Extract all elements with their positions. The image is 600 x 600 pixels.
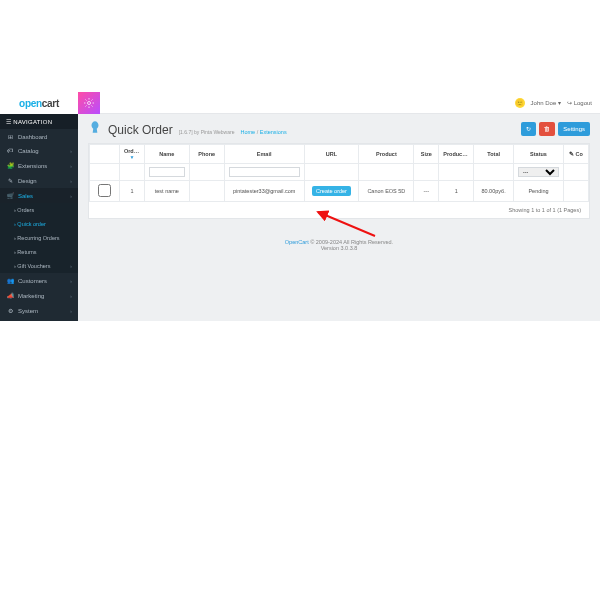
footer-link[interactable]: OpenCart: [285, 239, 309, 245]
sidebar-item-label: Marketing: [18, 293, 70, 299]
orders-table: Order ID▼ Name Phone Email URL Product S…: [89, 144, 589, 202]
chevron-right-icon: ›: [70, 263, 72, 269]
main: 🙂 John Doe ▾ ↪ Logout Quick Order [1.6.7…: [78, 92, 600, 321]
chevron-right-icon: ›: [70, 293, 72, 299]
sidebar-item-label: › Quick order: [14, 221, 72, 227]
page-subtitle: [1.6.7] by Pinta Webware: [179, 129, 235, 135]
sidebar-item-label: Dashboard: [18, 134, 72, 140]
cell-url: Create order: [304, 181, 359, 202]
col-email[interactable]: Email: [224, 145, 304, 164]
crumb-extensions[interactable]: Extensions: [260, 129, 287, 135]
sidebar-item-design[interactable]: ✎Design›: [0, 173, 78, 188]
sidebar-subitem-quick-order[interactable]: › Quick order: [0, 217, 78, 231]
page-title: Quick Order: [108, 123, 173, 137]
sidebar-item-dashboard[interactable]: ⊞Dashboard: [0, 129, 78, 144]
sidebar-item-label: Sales: [18, 193, 70, 199]
cell-phone: [189, 181, 224, 202]
cell-order-id: 1: [119, 181, 144, 202]
quick-order-icon: [88, 120, 102, 134]
col-product[interactable]: Product: [359, 145, 414, 164]
table-row: 1 test name pintatester33@gmail.com Crea…: [90, 181, 589, 202]
sidebar-item-label: Design: [18, 178, 70, 184]
filter-name-input[interactable]: [149, 167, 185, 177]
avatar: 🙂: [515, 98, 525, 108]
svg-point-0: [88, 102, 91, 105]
cell-product: Canon EOS 5D: [359, 181, 414, 202]
col-size: Size: [414, 145, 439, 164]
chevron-right-icon: ›: [70, 193, 72, 199]
chevron-right-icon: ›: [70, 178, 72, 184]
sidebar-item-label: › Recurring Orders: [14, 235, 72, 241]
nav-icon: ✎: [6, 177, 14, 184]
footer: OpenCart © 2009-2024 All Rights Reserved…: [78, 229, 600, 291]
sidebar-item-label: › Returns: [14, 249, 72, 255]
filter-status-select[interactable]: ---: [518, 167, 559, 177]
ai-badge-icon: [78, 92, 100, 114]
sidebar-item-catalog[interactable]: 🏷Catalog›: [0, 144, 78, 158]
col-phone[interactable]: Phone: [189, 145, 224, 164]
sidebar: ☰ NAVIGATION ⊞Dashboard🏷Catalog›🧩Extensi…: [0, 114, 78, 321]
orders-panel: Order ID▼ Name Phone Email URL Product S…: [88, 143, 590, 219]
row-checkbox[interactable]: [98, 184, 111, 197]
sidebar-subitem-gift-vouchers[interactable]: › Gift Vouchers›: [0, 259, 78, 273]
chevron-right-icon: ›: [70, 163, 72, 169]
cell-comment: [563, 181, 588, 202]
nav-icon: 🏷: [6, 148, 14, 154]
delete-button[interactable]: 🗑: [539, 122, 555, 136]
nav-icon: 👥: [6, 277, 14, 284]
cell-size: ---: [414, 181, 439, 202]
table-filter-row: ---: [90, 164, 589, 181]
table-header-row: Order ID▼ Name Phone Email URL Product S…: [90, 145, 589, 164]
sidebar-item-marketing[interactable]: 📣Marketing›: [0, 288, 78, 303]
col-status[interactable]: Status: [514, 145, 564, 164]
refresh-button[interactable]: ↻: [521, 122, 536, 136]
nav-icon: 📣: [6, 292, 14, 299]
nav-icon: ⊞: [6, 133, 14, 140]
sidebar-subitem-recurring-orders[interactable]: › Recurring Orders: [0, 231, 78, 245]
sidebar-item-label: Catalog: [18, 148, 70, 154]
sidebar-item-sales[interactable]: 🛒Sales›: [0, 188, 78, 203]
col-checkbox: [90, 145, 120, 164]
filter-email-input[interactable]: [229, 167, 300, 177]
nav-icon: ⚙: [6, 307, 14, 314]
cell-name: test name: [144, 181, 189, 202]
nav-icon: 🛒: [6, 192, 14, 199]
cell-total: 80.00руб.: [474, 181, 514, 202]
sidebar-item-extensions[interactable]: 🧩Extensions›: [0, 158, 78, 173]
chevron-right-icon: ›: [70, 278, 72, 284]
crumb-home[interactable]: Home: [240, 129, 255, 135]
sidebar-item-label: System: [18, 308, 70, 314]
nav-heading: ☰ NAVIGATION: [0, 114, 78, 129]
user-menu[interactable]: John Doe ▾: [531, 99, 561, 106]
sidebar-item-label: Customers: [18, 278, 70, 284]
topbar: 🙂 John Doe ▾ ↪ Logout: [78, 92, 600, 114]
page-header: Quick Order [1.6.7] by Pinta Webware Hom…: [78, 114, 600, 143]
cell-status: Pending: [514, 181, 564, 202]
sidebar-item-label: › Orders: [14, 207, 72, 213]
brand-logo: opencart: [0, 92, 78, 114]
pagination-info: Showing 1 to 1 of 1 (1 Pages): [89, 202, 589, 218]
col-comment: ✎ Co: [563, 145, 588, 164]
col-url: URL: [304, 145, 359, 164]
sidebar-item-label: Extensions: [18, 163, 70, 169]
col-order-id[interactable]: Order ID▼: [119, 145, 144, 164]
create-order-button[interactable]: Create order: [312, 186, 351, 196]
nav-icon: 🧩: [6, 162, 14, 169]
sidebar-subitem-returns[interactable]: › Returns: [0, 245, 78, 259]
sidebar-item-customers[interactable]: 👥Customers›: [0, 273, 78, 288]
col-total[interactable]: Total: [474, 145, 514, 164]
sidebar-item-system[interactable]: ⚙System›: [0, 303, 78, 318]
sidebar-subitem-orders[interactable]: › Orders: [0, 203, 78, 217]
breadcrumb: Home / Extensions: [240, 129, 286, 135]
cell-product-amount: 1: [439, 181, 474, 202]
col-product-amount: Product amount: [439, 145, 474, 164]
cell-email: pintatester33@gmail.com: [224, 181, 304, 202]
chevron-right-icon: ›: [70, 308, 72, 314]
chevron-right-icon: ›: [70, 148, 72, 154]
col-name[interactable]: Name: [144, 145, 189, 164]
settings-button[interactable]: Settings: [558, 122, 590, 136]
footer-version: Version 3.0.3.8: [321, 245, 358, 251]
sidebar-item-label: › Gift Vouchers: [14, 263, 70, 269]
logout-link[interactable]: ↪ Logout: [567, 99, 592, 106]
